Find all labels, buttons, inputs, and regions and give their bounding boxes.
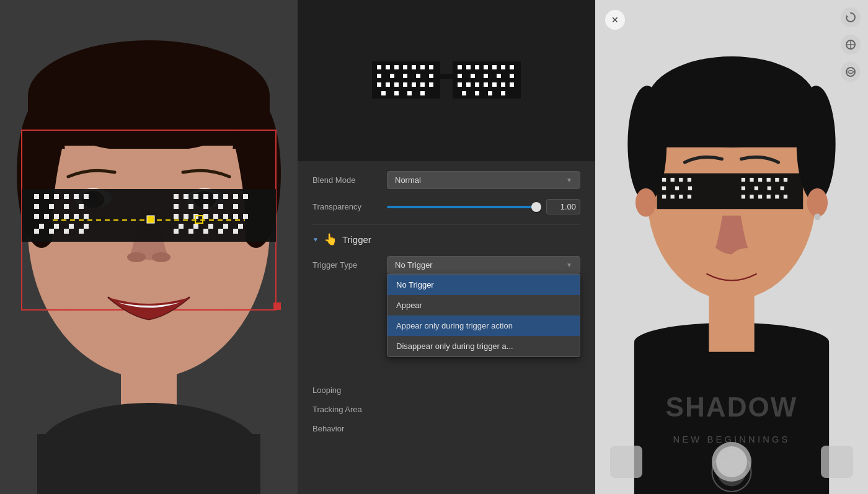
svg-rect-61 bbox=[223, 214, 228, 219]
left-bottom-button[interactable] bbox=[610, 446, 642, 478]
svg-rect-149 bbox=[662, 195, 666, 198]
svg-rect-35 bbox=[39, 224, 44, 229]
left-bottom-icon bbox=[619, 454, 634, 469]
svg-rect-99 bbox=[420, 82, 425, 87]
svg-rect-68 bbox=[238, 224, 243, 229]
trigger-option-appear[interactable]: Appear bbox=[388, 295, 580, 315]
svg-rect-34 bbox=[84, 214, 89, 219]
svg-rect-166 bbox=[767, 195, 771, 198]
svg-rect-23 bbox=[74, 194, 79, 199]
svg-rect-94 bbox=[377, 82, 381, 87]
svg-rect-165 bbox=[758, 195, 762, 198]
trigger-type-label: Trigger Type bbox=[312, 260, 387, 270]
capture-inner bbox=[716, 446, 747, 477]
trigger-collapse-icon: ▼ bbox=[312, 236, 319, 243]
trigger-hand-icon: 👆 bbox=[324, 232, 337, 246]
svg-point-139 bbox=[814, 214, 820, 220]
camera-bg: SHADOW NEW BEGINNINGS bbox=[595, 0, 868, 494]
svg-rect-47 bbox=[213, 194, 218, 199]
svg-rect-19 bbox=[34, 194, 39, 199]
svg-rect-59 bbox=[203, 214, 208, 219]
svg-rect-162 bbox=[781, 187, 784, 190]
svg-rect-84 bbox=[394, 65, 399, 69]
face-canvas[interactable] bbox=[0, 0, 298, 494]
svg-rect-42 bbox=[79, 229, 84, 234]
svg-rect-38 bbox=[84, 224, 89, 229]
svg-rect-55 bbox=[233, 204, 238, 209]
looping-label: Looping bbox=[312, 386, 387, 395]
glasses-preview-container bbox=[366, 43, 527, 119]
transparency-value-input[interactable] bbox=[546, 199, 580, 214]
svg-rect-32 bbox=[64, 214, 69, 219]
capture-button[interactable] bbox=[712, 442, 751, 482]
filter-icon-btn[interactable] bbox=[841, 35, 861, 55]
svg-rect-100 bbox=[429, 82, 433, 87]
camera-view: SHADOW NEW BEGINNINGS ✕ bbox=[595, 0, 868, 494]
close-icon: ✕ bbox=[611, 15, 619, 25]
svg-rect-117 bbox=[458, 82, 462, 87]
behavior-row: Behavior bbox=[312, 424, 580, 433]
svg-rect-121 bbox=[492, 82, 497, 87]
trigger-type-dropdown-menu: No Trigger Appear Appear only during tri… bbox=[387, 274, 580, 357]
svg-rect-179 bbox=[831, 456, 843, 468]
svg-rect-98 bbox=[412, 82, 416, 87]
svg-rect-123 bbox=[510, 82, 514, 87]
glasses-preview-svg bbox=[366, 43, 527, 117]
refresh-icon-btn[interactable] bbox=[841, 7, 861, 27]
right-bottom-button[interactable] bbox=[821, 446, 853, 478]
svg-rect-73 bbox=[233, 229, 238, 234]
svg-rect-104 bbox=[420, 91, 425, 95]
svg-rect-141 bbox=[657, 174, 804, 210]
looping-row: Looping bbox=[312, 386, 580, 395]
svg-rect-145 bbox=[688, 178, 691, 182]
svg-rect-77 bbox=[273, 302, 281, 310]
svg-rect-71 bbox=[203, 229, 208, 234]
svg-rect-27 bbox=[64, 204, 69, 209]
svg-rect-159 bbox=[742, 187, 745, 190]
svg-rect-113 bbox=[471, 74, 475, 78]
close-button[interactable]: ✕ bbox=[605, 10, 625, 30]
trigger-option-disappear[interactable]: Disappear only during trigger a... bbox=[388, 336, 580, 356]
transparency-slider[interactable] bbox=[387, 206, 541, 208]
trigger-section-header[interactable]: ▼ 👆 Trigger bbox=[312, 232, 580, 246]
svg-rect-41 bbox=[64, 229, 69, 234]
svg-rect-126 bbox=[488, 91, 492, 95]
trigger-option-appear-during[interactable]: Appear only during trigger action bbox=[388, 315, 580, 336]
svg-rect-49 bbox=[233, 194, 238, 199]
svg-rect-119 bbox=[475, 82, 479, 87]
svg-rect-45 bbox=[193, 194, 198, 199]
trigger-type-control: No Trigger ▼ No Trigger Appear Appear on… bbox=[387, 256, 580, 274]
svg-text:SHADOW: SHADOW bbox=[666, 392, 798, 422]
trigger-type-dropdown[interactable]: No Trigger ▼ bbox=[387, 256, 580, 274]
svg-rect-103 bbox=[407, 91, 412, 95]
svg-rect-147 bbox=[675, 187, 679, 190]
refresh-icon bbox=[845, 12, 856, 23]
adjust-icon-btn[interactable] bbox=[841, 62, 861, 82]
svg-rect-66 bbox=[208, 224, 213, 229]
svg-point-140 bbox=[636, 188, 657, 217]
svg-rect-150 bbox=[671, 195, 675, 198]
settings-panel: Blend Mode Normal ▼ Transparency ▼ 👆 Tri… bbox=[298, 0, 595, 494]
svg-rect-112 bbox=[458, 74, 462, 78]
svg-rect-163 bbox=[742, 195, 745, 198]
svg-rect-132 bbox=[709, 293, 754, 351]
svg-rect-36 bbox=[54, 224, 59, 229]
svg-rect-52 bbox=[188, 204, 193, 209]
svg-rect-81 bbox=[440, 74, 453, 79]
svg-rect-87 bbox=[420, 65, 425, 69]
svg-rect-143 bbox=[671, 178, 675, 182]
svg-rect-160 bbox=[755, 187, 758, 190]
trigger-option-no-trigger[interactable]: No Trigger bbox=[388, 275, 580, 295]
transparency-row: Transparency bbox=[312, 199, 580, 214]
svg-rect-144 bbox=[679, 178, 683, 182]
svg-rect-69 bbox=[174, 229, 179, 234]
svg-rect-161 bbox=[768, 187, 771, 190]
camera-preview-panel: SHADOW NEW BEGINNINGS ✕ bbox=[595, 0, 868, 494]
svg-rect-157 bbox=[775, 178, 779, 182]
asset-preview bbox=[298, 0, 595, 161]
svg-rect-3 bbox=[28, 96, 270, 146]
svg-rect-96 bbox=[394, 82, 399, 87]
svg-rect-67 bbox=[223, 224, 228, 229]
blend-mode-dropdown[interactable]: Normal ▼ bbox=[387, 171, 580, 189]
svg-rect-118 bbox=[466, 82, 471, 87]
